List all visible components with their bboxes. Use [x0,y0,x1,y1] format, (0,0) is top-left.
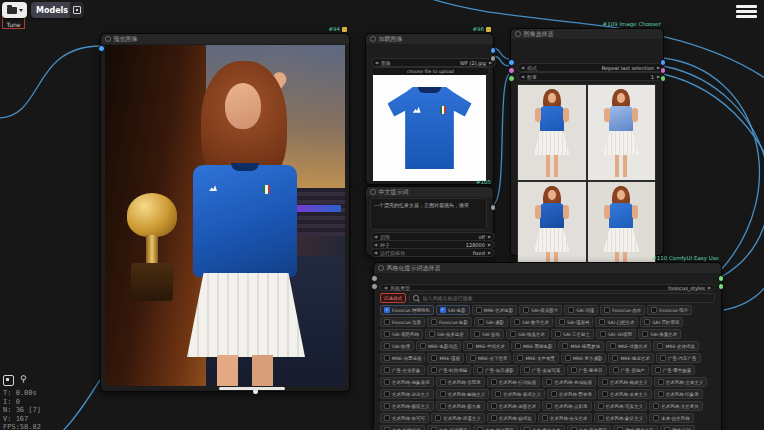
style-tag[interactable]: SAI-电影 [436,305,470,315]
style-tag[interactable]: 艺术风格-达达主义 [380,389,434,399]
checkbox-icon[interactable] [384,307,390,313]
style-tag[interactable]: SAI-模拟胶片 [519,305,562,315]
output-port-mask[interactable] [490,55,497,62]
checkbox-icon[interactable] [562,343,568,349]
menu-button[interactable] [736,5,757,21]
checkbox-icon[interactable] [598,403,604,409]
checkbox-icon[interactable] [440,391,446,397]
output-port[interactable] [660,59,667,66]
checkbox-icon[interactable] [477,367,483,373]
style-tag[interactable]: 广告-汽车广告 [656,353,701,363]
checkbox-icon[interactable] [491,379,497,385]
style-tag[interactable]: 艺术风格-超现实 [487,413,536,423]
style-tag[interactable]: 广告-企业形象 [380,365,425,375]
style-tag[interactable]: MRE-优雅艺术 [606,341,651,351]
style-tag[interactable]: 艺术风格-极简主义 [380,401,434,411]
style-tag[interactable]: SAI-摄影 [474,317,508,327]
checkbox-icon[interactable] [602,391,608,397]
style-tag[interactable]: SAI-线条艺术 [506,329,549,339]
checkbox-icon[interactable] [431,355,437,361]
style-search-input[interactable] [421,294,712,302]
style-tag[interactable]: 艺术风格-学院派 [436,377,485,387]
style-tag[interactable]: 未来-柴油朋克 [473,425,518,430]
anchor-icon[interactable]: ⚲ [20,375,27,386]
checkbox-icon[interactable] [644,319,650,325]
style-tag[interactable]: 艺术风格-抽象表现 [380,377,434,387]
style-tag[interactable]: 未来-蒸汽朋克 [567,425,612,430]
checkbox-icon[interactable] [384,367,390,373]
collapse-dot-icon[interactable] [515,31,521,37]
collapse-dot-icon[interactable] [370,189,376,195]
control-after-generate-widget[interactable]: 运行后操作 fixed [370,248,495,257]
style-tag[interactable]: 艺术风格-浪漫主义 [431,413,485,423]
collapse-dot-icon[interactable] [105,36,111,42]
style-tag[interactable]: MRE-太空奇景 [513,353,558,363]
style-tag[interactable]: MRE-艺术电影 [472,305,517,315]
checkbox-icon[interactable] [384,379,390,385]
checkbox-icon[interactable] [610,343,616,349]
checkbox-icon[interactable] [657,343,663,349]
style-tag[interactable]: 未来-机械朋克 [427,425,472,430]
checkbox-icon[interactable] [524,367,530,373]
checkbox-icon[interactable] [384,391,390,397]
checkbox-icon[interactable] [660,355,666,361]
checkbox-icon[interactable] [653,415,659,421]
checkbox-icon[interactable] [384,415,390,421]
output-port[interactable] [660,67,667,74]
node-preview-image[interactable]: #94 预览图像 [100,33,350,392]
count-widget[interactable]: 数量 1 [517,72,664,81]
workflow-folder-button[interactable] [2,2,27,18]
style-tag[interactable]: SAI-工艺黏土 [551,329,594,339]
checkbox-icon[interactable] [384,403,390,409]
checkbox-icon[interactable] [565,355,571,361]
collapse-dot-icon[interactable] [378,265,384,271]
checkbox-icon[interactable] [542,415,548,421]
image-file-widget[interactable]: 图像 WF (2).jpg [371,58,496,67]
style-tag[interactable]: Fooocus 增强锐化 [380,305,434,315]
output-port[interactable] [718,283,725,290]
style-tag[interactable]: 艺术风格-野兽派 [547,389,596,399]
style-tag[interactable]: 艺术风格-街头艺术 [538,413,592,423]
node-graph-canvas[interactable]: Tune Models #94 预览图像 [0,0,764,430]
checkbox-icon[interactable] [517,355,523,361]
style-tag[interactable]: 艺术风格-点彩派 [542,401,591,411]
horizontal-scrollbar[interactable] [219,387,285,390]
output-port[interactable] [490,204,497,211]
style-tag[interactable]: Fooocus-负面 [380,317,425,327]
style-tag[interactable]: MRE-黑暗电影 [511,341,556,351]
checkbox-icon[interactable] [600,331,606,337]
checkbox-icon[interactable] [384,331,390,337]
style-tag[interactable]: 广告-美食写真 [520,365,565,375]
step-right-icon[interactable] [488,251,491,255]
node-styles-selector[interactable]: #110 ComfyUI Easy Use 风格化提示词选择器 风格类型 foo… [373,262,722,430]
checkbox-icon[interactable] [384,355,390,361]
models-button[interactable]: Models [31,2,73,18]
reroute-handle[interactable] [253,389,258,394]
style-tag[interactable]: 未来-仿生风格 [649,413,694,423]
checkbox-icon[interactable] [612,355,618,361]
input-port[interactable] [98,45,105,52]
style-tag[interactable]: 艺术风格-行动绘画 [487,377,541,387]
checkbox-icon[interactable] [420,343,426,349]
checkbox-icon[interactable] [478,319,484,325]
checkbox-icon[interactable] [384,343,390,349]
style-tag[interactable]: 广告-奢侈品 [567,365,607,375]
checkbox-icon[interactable] [599,319,605,325]
style-tag[interactable]: 艺术风格-象征主义 [594,413,648,423]
style-tag[interactable]: SAI-低多边形 [425,329,468,339]
checkbox-icon[interactable] [491,415,497,421]
checkbox-icon[interactable] [559,319,565,325]
checkbox-icon[interactable] [467,343,473,349]
style-tag[interactable]: Fooocus-照片 [647,305,692,315]
style-tag[interactable]: SAI-像素艺术 [638,329,681,339]
checkbox-icon[interactable] [474,331,480,337]
style-tag[interactable]: MRE-空间艺术 [463,341,508,351]
node-header[interactable]: 加载图像 [366,34,493,44]
checkbox-icon[interactable] [476,307,482,313]
style-tag[interactable]: 艺术风格-表现主义 [491,389,545,399]
checkbox-icon[interactable] [658,379,664,385]
mode-widget[interactable]: 模式 Repeat last selection [517,63,664,72]
frame-icon[interactable] [3,375,14,386]
style-tag[interactable]: SAI-折纸 [470,329,504,339]
checkbox-icon[interactable] [651,307,657,313]
